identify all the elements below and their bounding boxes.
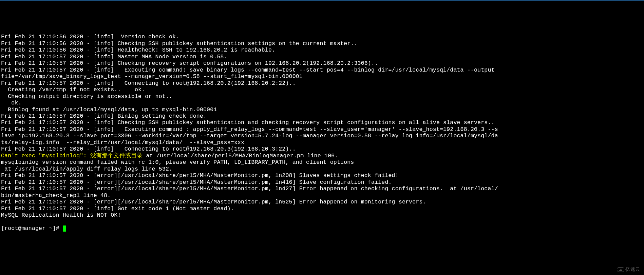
log-line: Fri Feb 21 17:10:57 2020 - [info] Connec… [1, 146, 643, 152]
log-line: Fri Feb 21 17:10:57 2020 - [info] Connec… [1, 80, 643, 86]
log-line: Fri Feb 21 17:10:57 2020 - [error][/usr/… [1, 179, 643, 185]
log-line: Fri Feb 21 17:10:56 2020 - [info] Checki… [1, 40, 643, 47]
shell-prompt: [root@manager ~]# [1, 225, 63, 232]
log-line: Fri Feb 21 17:10:57 2020 - [info] Master… [1, 54, 643, 60]
log-segment: Can't exec "mysqlbinlog": 没有那个文件或目录 [1, 153, 143, 159]
log-line: Creating /var/tmp if not exists.. ok. [1, 86, 643, 93]
prompt-line[interactable]: [root@manager ~]# [1, 225, 643, 232]
log-line: MySQL Replication Health is NOT OK! [1, 212, 643, 218]
log-line: Fri Feb 21 17:10:57 2020 - [info] Got ex… [1, 205, 643, 212]
log-line: Checking output directory is accessible … [1, 93, 643, 100]
log-line: ok. [1, 100, 643, 106]
terminal-output[interactable]: Fri Feb 21 17:10:56 2020 - [info] Versio… [1, 34, 643, 218]
log-line: Fri Feb 21 17:10:57 2020 - [info] Checki… [1, 60, 643, 66]
log-line: Fri Feb 21 17:10:56 2020 - [info] Health… [1, 47, 643, 53]
log-line: Fri Feb 21 17:10:57 2020 - [info] Execut… [1, 67, 643, 73]
cloud-icon: ☁ [617, 267, 624, 272]
log-line: mysqlbinlog version command failed with … [1, 159, 643, 165]
log-line: Fri Feb 21 17:10:56 2020 - [info] Versio… [1, 34, 643, 40]
log-line: ta/relay-log.info --relay_dir=/usr/local… [1, 139, 643, 146]
cursor [63, 225, 66, 232]
log-line: bin/masterha_check_repl line 48. [1, 192, 643, 199]
log-line: Binlog found at /usr/local/mysql/data, u… [1, 106, 643, 113]
log-line: Fri Feb 21 17:10:57 2020 - [error][/usr/… [1, 185, 643, 192]
log-line: Fri Feb 21 17:10:57 2020 - [info] Binlog… [1, 113, 643, 119]
log-line: file=/var/tmp/save_binary_logs_test --ma… [1, 73, 643, 80]
log-line: lave_ip=192.168.20.3 --slave_port=3306 -… [1, 133, 643, 139]
log-line: at /usr/local/bin/apply_diff_relay_logs … [1, 166, 643, 172]
watermark-text: 亿速云 [625, 267, 640, 272]
log-line: Can't exec "mysqlbinlog": 没有那个文件或目录 at /… [1, 153, 643, 159]
log-line: Fri Feb 21 17:10:57 2020 - [info] Checki… [1, 119, 643, 126]
window-top-border [0, 0, 644, 1]
log-line: Fri Feb 21 17:10:57 2020 - [info] Execut… [1, 126, 643, 133]
log-segment: at /usr/local/share/perl5/MHA/BinlogMana… [143, 153, 338, 159]
log-line: Fri Feb 21 17:10:57 2020 - [error][/usr/… [1, 172, 643, 179]
watermark: ☁ 亿速云 [617, 267, 640, 272]
log-line: Fri Feb 21 17:10:57 2020 - [error][/usr/… [1, 199, 643, 205]
